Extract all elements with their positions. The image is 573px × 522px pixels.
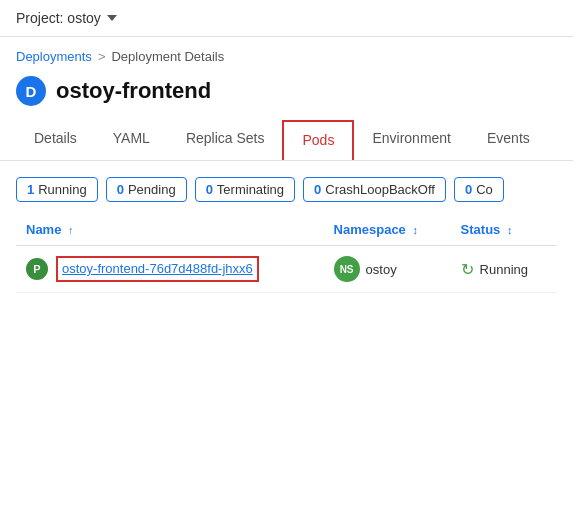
filter-running-count: 1 [27, 182, 34, 197]
filter-pending-label: Pending [128, 182, 176, 197]
tab-details[interactable]: Details [16, 120, 95, 160]
page-title-row: D ostoy-frontend [0, 70, 573, 120]
filter-crashloop-label: CrashLoopBackOff [325, 182, 435, 197]
pod-namespace-cell: NS ostoy [324, 246, 451, 293]
filter-co-count: 0 [465, 182, 472, 197]
filter-terminating[interactable]: 0 Terminating [195, 177, 295, 202]
deployment-icon: D [16, 76, 46, 106]
filter-co-label: Co [476, 182, 493, 197]
project-label: Project: ostoy [16, 10, 101, 26]
col-namespace[interactable]: Namespace ↕ [324, 214, 451, 246]
tab-pods[interactable]: Pods [282, 120, 354, 160]
project-bar: Project: ostoy [0, 0, 573, 37]
col-namespace-sort-icon: ↕ [412, 224, 418, 236]
pod-name-link[interactable]: ostoy-frontend-76d7d488fd-jhxx6 [56, 256, 259, 282]
col-namespace-label: Namespace [334, 222, 406, 237]
col-name-label: Name [26, 222, 61, 237]
tab-replicasets[interactable]: Replica Sets [168, 120, 283, 160]
breadcrumb-current: Deployment Details [111, 49, 224, 64]
pod-name-cell: P ostoy-frontend-76d7d488fd-jhxx6 [16, 246, 324, 293]
filter-crashloop[interactable]: 0 CrashLoopBackOff [303, 177, 446, 202]
pod-status-cell: ↻ Running [451, 246, 557, 293]
filter-crashloop-count: 0 [314, 182, 321, 197]
page-title: ostoy-frontend [56, 78, 211, 104]
col-status[interactable]: Status ↕ [451, 214, 557, 246]
filter-co[interactable]: 0 Co [454, 177, 504, 202]
project-dropdown-arrow[interactable] [107, 15, 117, 21]
breadcrumb-separator: > [98, 49, 106, 64]
filter-pending[interactable]: 0 Pending [106, 177, 187, 202]
pod-icon: P [26, 258, 48, 280]
filter-bar: 1 Running 0 Pending 0 Terminating 0 Cras… [0, 161, 573, 214]
filter-running[interactable]: 1 Running [16, 177, 98, 202]
namespace-badge: NS [334, 256, 360, 282]
breadcrumb: Deployments > Deployment Details [0, 37, 573, 70]
filter-running-label: Running [38, 182, 86, 197]
status-value: Running [480, 262, 528, 277]
col-status-sort-icon: ↕ [507, 224, 513, 236]
tabs-bar: Details YAML Replica Sets Pods Environme… [0, 120, 573, 161]
tab-environment[interactable]: Environment [354, 120, 469, 160]
table-header-row: Name ↑ Namespace ↕ Status ↕ [16, 214, 557, 246]
filter-pending-count: 0 [117, 182, 124, 197]
breadcrumb-deployments-link[interactable]: Deployments [16, 49, 92, 64]
col-name[interactable]: Name ↑ [16, 214, 324, 246]
pods-table: Name ↑ Namespace ↕ Status ↕ P ostoy-f [16, 214, 557, 293]
table-row: P ostoy-frontend-76d7d488fd-jhxx6 NS ost… [16, 246, 557, 293]
tab-events[interactable]: Events [469, 120, 548, 160]
pods-table-container: Name ↑ Namespace ↕ Status ↕ P ostoy-f [0, 214, 573, 293]
filter-terminating-count: 0 [206, 182, 213, 197]
col-status-label: Status [461, 222, 501, 237]
col-name-sort-icon: ↑ [68, 224, 74, 236]
status-running-icon: ↻ [461, 260, 474, 279]
filter-terminating-label: Terminating [217, 182, 284, 197]
tab-yaml[interactable]: YAML [95, 120, 168, 160]
namespace-value: ostoy [366, 262, 397, 277]
